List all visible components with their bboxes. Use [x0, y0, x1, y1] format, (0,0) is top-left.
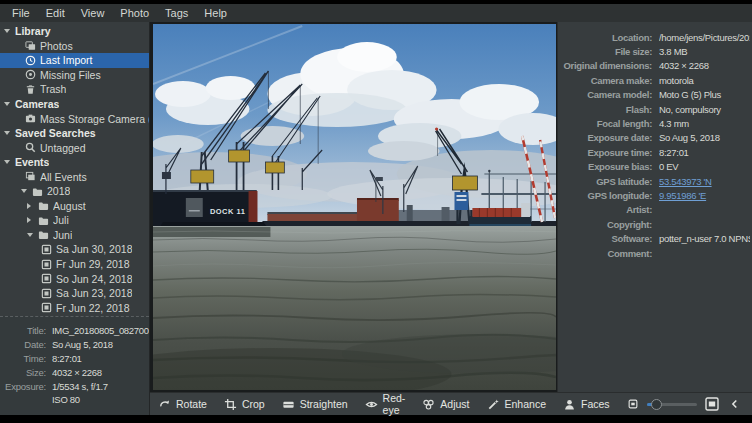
expander-closed-icon[interactable] [27, 203, 36, 209]
date-icon [41, 259, 52, 270]
info-row-title: Title:IMG_20180805_0827009... [0, 324, 149, 338]
toolbar-button-label: Straighten [300, 398, 348, 410]
sidebar-item-label: August [53, 200, 86, 212]
sidebar-item-august[interactable]: August [0, 199, 149, 214]
metadata-label: Location: [560, 32, 652, 43]
info-row-time: Time:8:27:01 [0, 352, 149, 366]
menu-file[interactable]: File [4, 4, 38, 22]
library-tree: LibraryPhotosLast ImportMissing FilesTra… [0, 22, 149, 316]
sidebar-header-library[interactable]: Library [0, 24, 149, 39]
metadata-row-file-size: File size:3.8 MB [560, 44, 750, 58]
crop-icon [224, 398, 237, 411]
sidebar-item-juni[interactable]: Juni [0, 228, 149, 243]
metadata-label: File size: [560, 46, 652, 57]
expander-open-icon[interactable] [27, 233, 36, 237]
sidebar-item-untagged[interactable]: Untagged [0, 140, 149, 155]
missing-files-icon [25, 69, 36, 80]
expander-open-icon[interactable] [4, 160, 13, 164]
metadata-panel: Location:/home/jens/Pictures/2018...File… [557, 22, 752, 392]
sidebar-item-photos[interactable]: Photos [0, 39, 149, 54]
faces-button[interactable]: Faces [563, 398, 610, 411]
zoom-small-icon[interactable] [627, 398, 639, 410]
enhance-button[interactable]: Enhance [487, 398, 546, 411]
sidebar-item-label: 2018 [47, 185, 70, 197]
rotate-icon [158, 398, 171, 411]
menu-tags[interactable]: Tags [157, 4, 196, 22]
previous-photo-button[interactable] [729, 398, 741, 410]
toolbar-button-label: Adjust [440, 398, 469, 410]
expander-open-icon[interactable] [4, 29, 13, 33]
rotate-button[interactable]: Rotate [158, 398, 207, 411]
red-eye-button[interactable]: Red-eye [365, 392, 406, 416]
sidebar: LibraryPhotosLast ImportMissing FilesTra… [0, 22, 150, 415]
metadata-row-exposure-time: Exposure time:8:27:01 [560, 145, 750, 159]
sidebar-item-fr-jun-29-2018[interactable]: Fr Jun 29, 2018 [0, 257, 149, 272]
info-value: 8:27:01 [52, 353, 149, 364]
metadata-label: GPS latitude: [560, 176, 652, 187]
info-label: Size: [0, 367, 46, 378]
metadata-row-gps-latitude: GPS latitude:53.543973 'N [560, 174, 750, 188]
info-value: 4032 × 2268 [52, 367, 149, 378]
sidebar-item-label: Events [15, 156, 49, 168]
gps-latitude-link[interactable]: 53.543973 'N [659, 176, 750, 187]
sidebar-header-events[interactable]: Events [0, 155, 149, 170]
info-label: Time: [0, 353, 46, 364]
folder-icon [38, 200, 49, 211]
sidebar-item-sa-jun-30-2018[interactable]: Sa Jun 30, 2018 [0, 242, 149, 257]
zoom-slider[interactable] [647, 398, 697, 410]
harbor-photo[interactable]: DOCK 11 [153, 24, 556, 390]
menu-edit[interactable]: Edit [38, 4, 73, 22]
expander-closed-icon[interactable] [27, 217, 36, 223]
menu-help[interactable]: Help [196, 4, 235, 22]
sidebar-item-label: Juli [53, 214, 69, 226]
info-value: So Aug 5, 2018 [52, 339, 149, 350]
metadata-value: No, compulsory [659, 104, 750, 115]
sidebar-item-mass-storage-camera-510-m[interactable]: Mass Storage Camera (510 M... [0, 111, 149, 126]
metadata-value: 3.8 MB [659, 46, 750, 57]
photo-nav [729, 398, 752, 410]
metadata-value: 4.3 mm [659, 118, 750, 129]
red-eye-icon [365, 398, 378, 411]
date-icon [41, 244, 52, 255]
trash-icon [25, 84, 36, 95]
sidebar-item-label: Sa Jun 23, 2018 [56, 287, 132, 299]
expander-open-icon[interactable] [4, 102, 13, 106]
search-icon [25, 142, 36, 153]
sidebar-item-trash[interactable]: Trash [0, 82, 149, 97]
zoom-large-icon[interactable] [705, 397, 719, 411]
expander-open-icon[interactable] [21, 189, 30, 193]
metadata-label: Flash: [560, 104, 652, 115]
metadata-row-location: Location:/home/jens/Pictures/2018... [560, 30, 750, 44]
sidebar-header-cameras[interactable]: Cameras [0, 97, 149, 112]
straighten-button[interactable]: Straighten [282, 398, 348, 411]
sidebar-item-last-import[interactable]: Last Import [0, 53, 149, 68]
sidebar-item-all-events[interactable]: All Events [0, 169, 149, 184]
sidebar-item-label: Juni [53, 229, 72, 241]
sidebar-item-juli[interactable]: Juli [0, 213, 149, 228]
info-label: Date: [0, 339, 46, 350]
sidebar-header-saved-searches[interactable]: Saved Searches [0, 126, 149, 141]
sidebar-item-sa-jun-23-2018[interactable]: Sa Jun 23, 2018 [0, 286, 149, 301]
info-row-size: Size:4032 × 2268 [0, 365, 149, 379]
toolbar: RotateCropStraightenRed-eyeAdjustEnhance… [150, 392, 752, 415]
sidebar-item-fr-jun-22-2018[interactable]: Fr Jun 22, 2018 [0, 300, 149, 315]
photo-viewer: DOCK 11 [150, 22, 557, 392]
metadata-label: Camera make: [560, 75, 652, 86]
sidebar-item-label: Cameras [15, 98, 59, 110]
metadata-row-exposure-bias: Exposure bias:0 EV [560, 160, 750, 174]
info-label: Title: [0, 325, 46, 336]
crop-button[interactable]: Crop [224, 398, 265, 411]
expander-open-icon[interactable] [4, 131, 13, 135]
metadata-label: GPS longitude: [560, 190, 652, 201]
sidebar-item-missing-files[interactable]: Missing Files [0, 68, 149, 83]
sidebar-item-so-jun-24-2018[interactable]: So Jun 24, 2018 [0, 271, 149, 286]
menu-view[interactable]: View [73, 4, 113, 22]
adjust-button[interactable]: Adjust [422, 398, 469, 411]
menu-photo[interactable]: Photo [112, 4, 157, 22]
gps-longitude-link[interactable]: 9.951986 'E [659, 190, 750, 201]
faces-icon [563, 398, 576, 411]
sidebar-item-2018[interactable]: 2018 [0, 184, 149, 199]
dry-dock: DOCK 11 [153, 190, 268, 229]
zoom-slider-handle[interactable] [651, 399, 662, 410]
sidebar-item-label: Library [15, 25, 51, 37]
